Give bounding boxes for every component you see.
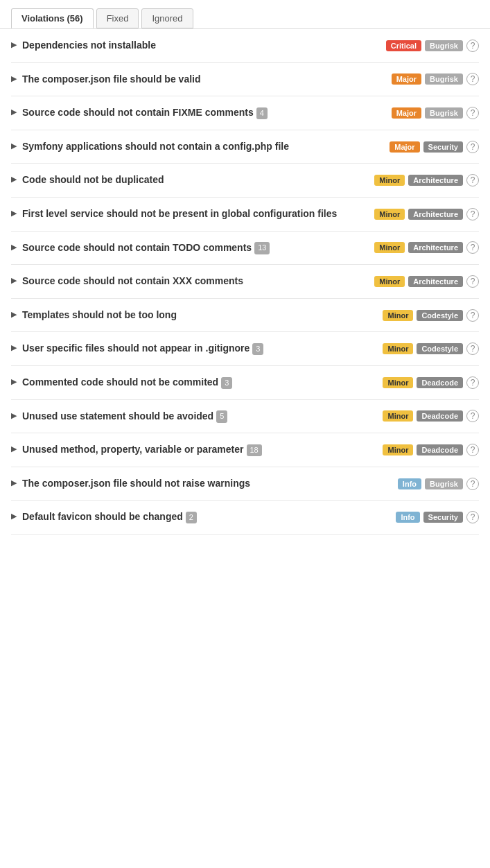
category-badge: Architecture bbox=[408, 242, 463, 253]
violation-item: ▶Code should not be duplicatedMinorArchi… bbox=[11, 164, 479, 198]
expand-arrow-icon[interactable]: ▶ bbox=[11, 141, 17, 150]
violation-item: ▶Dependencies not installableCriticalBug… bbox=[11, 29, 479, 63]
help-icon[interactable]: ? bbox=[466, 410, 479, 422]
severity-badge: Minor bbox=[383, 444, 413, 455]
violation-title: Source code should not contain XXX comme… bbox=[22, 275, 243, 288]
category-badge: Bugrisk bbox=[425, 107, 463, 119]
count-badge: 5 bbox=[216, 410, 227, 422]
severity-badge: Minor bbox=[383, 310, 413, 321]
violation-title: Unused method, property, variable or par… bbox=[22, 443, 262, 457]
violation-title: Symfony applications should not contain … bbox=[22, 140, 289, 154]
expand-arrow-icon[interactable]: ▶ bbox=[11, 276, 17, 285]
tabs-container: Violations (56)FixedIgnored bbox=[0, 0, 490, 29]
violation-item: ▶Source code should not contain TODO com… bbox=[11, 232, 479, 266]
expand-arrow-icon[interactable]: ▶ bbox=[11, 40, 17, 49]
help-icon[interactable]: ? bbox=[466, 174, 479, 186]
help-icon[interactable]: ? bbox=[466, 478, 479, 490]
violation-item: ▶The composer.json file should be validM… bbox=[11, 63, 479, 97]
severity-badge: Minor bbox=[374, 209, 405, 220]
category-badge: Architecture bbox=[408, 209, 463, 220]
category-badge: Bugrisk bbox=[425, 478, 463, 489]
violation-title: User specific files should not appear in… bbox=[22, 342, 263, 356]
violation-item: ▶Unused use statement should be avoided5… bbox=[11, 400, 479, 434]
severity-badge: Minor bbox=[383, 377, 413, 388]
expand-arrow-icon[interactable]: ▶ bbox=[11, 243, 17, 252]
category-badge: Bugrisk bbox=[425, 73, 463, 85]
violation-item: ▶User specific files should not appear i… bbox=[11, 332, 479, 366]
category-badge: Security bbox=[423, 512, 463, 523]
category-badge: Security bbox=[423, 141, 463, 153]
severity-badge: Minor bbox=[383, 343, 413, 354]
severity-badge: Major bbox=[390, 141, 419, 153]
expand-arrow-icon[interactable]: ▶ bbox=[11, 209, 17, 218]
expand-arrow-icon[interactable]: ▶ bbox=[11, 411, 17, 420]
expand-arrow-icon[interactable]: ▶ bbox=[11, 343, 17, 352]
count-badge: 3 bbox=[221, 377, 232, 389]
violation-item: ▶Source code should not contain FIXME co… bbox=[11, 96, 479, 130]
violation-title: Source code should not contain FIXME com… bbox=[22, 106, 268, 120]
help-icon[interactable]: ? bbox=[466, 40, 479, 52]
violation-item: ▶Commented code should not be commited3M… bbox=[11, 366, 479, 400]
count-badge: 2 bbox=[186, 512, 197, 523]
expand-arrow-icon[interactable]: ▶ bbox=[11, 107, 17, 116]
violation-item: ▶First level service should not be prese… bbox=[11, 198, 479, 232]
severity-badge: Major bbox=[392, 73, 421, 85]
violation-item: ▶Source code should not contain XXX comm… bbox=[11, 265, 479, 299]
severity-badge: Minor bbox=[374, 276, 405, 287]
violation-title: The composer.json file should not raise … bbox=[22, 477, 250, 491]
count-badge: 4 bbox=[256, 107, 268, 119]
category-badge: Codestyle bbox=[417, 310, 463, 321]
violation-title: Code should not be duplicated bbox=[22, 173, 164, 187]
violation-title: Unused use statement should be avoided5 bbox=[22, 410, 227, 424]
help-icon[interactable]: ? bbox=[466, 107, 479, 119]
violation-item: ▶Templates should not be too longMinorCo… bbox=[11, 299, 479, 333]
violation-item: ▶Default favicon should be changed2InfoS… bbox=[11, 501, 479, 535]
help-icon[interactable]: ? bbox=[466, 309, 479, 322]
expand-arrow-icon[interactable]: ▶ bbox=[11, 444, 17, 453]
category-badge: Deadcode bbox=[417, 410, 463, 422]
expand-arrow-icon[interactable]: ▶ bbox=[11, 377, 17, 386]
category-badge: Codestyle bbox=[417, 343, 463, 354]
severity-badge: Critical bbox=[386, 40, 421, 51]
category-badge: Bugrisk bbox=[425, 40, 463, 51]
tab-fixed[interactable]: Fixed bbox=[96, 8, 139, 28]
violation-title: First level service should not be presen… bbox=[22, 207, 337, 221]
help-icon[interactable]: ? bbox=[466, 73, 479, 85]
violation-item: ▶The composer.json file should not raise… bbox=[11, 467, 479, 501]
expand-arrow-icon[interactable]: ▶ bbox=[11, 310, 17, 319]
help-icon[interactable]: ? bbox=[466, 342, 479, 355]
violations-list: ▶Dependencies not installableCriticalBug… bbox=[0, 29, 490, 535]
category-badge: Deadcode bbox=[417, 377, 463, 388]
severity-badge: Major bbox=[392, 107, 421, 119]
severity-badge: Minor bbox=[374, 242, 405, 253]
tab-ignored[interactable]: Ignored bbox=[141, 8, 193, 28]
help-icon[interactable]: ? bbox=[466, 275, 479, 288]
help-icon[interactable]: ? bbox=[466, 376, 479, 389]
expand-arrow-icon[interactable]: ▶ bbox=[11, 74, 17, 83]
count-badge: 18 bbox=[247, 444, 262, 456]
count-badge: 3 bbox=[252, 343, 263, 355]
help-icon[interactable]: ? bbox=[466, 511, 479, 523]
expand-arrow-icon[interactable]: ▶ bbox=[11, 512, 17, 521]
violation-title: Source code should not contain TODO comm… bbox=[22, 241, 270, 255]
violation-title: The composer.json file should be valid bbox=[22, 73, 201, 87]
violation-item: ▶Symfony applications should not contain… bbox=[11, 130, 479, 164]
count-badge: 13 bbox=[254, 242, 270, 254]
severity-badge: Minor bbox=[374, 175, 405, 186]
violation-title: Commented code should not be commited3 bbox=[22, 376, 232, 390]
help-icon[interactable]: ? bbox=[466, 208, 479, 220]
severity-badge: Info bbox=[396, 512, 419, 523]
violation-title: Default favicon should be changed2 bbox=[22, 510, 197, 524]
help-icon[interactable]: ? bbox=[466, 444, 479, 456]
tab-violations[interactable]: Violations (56) bbox=[11, 8, 94, 28]
help-icon[interactable]: ? bbox=[466, 241, 479, 254]
severity-badge: Info bbox=[398, 478, 421, 489]
help-icon[interactable]: ? bbox=[466, 141, 479, 153]
category-badge: Architecture bbox=[408, 276, 463, 287]
violation-title: Templates should not be too long bbox=[22, 309, 177, 322]
violation-item: ▶Unused method, property, variable or pa… bbox=[11, 433, 479, 467]
expand-arrow-icon[interactable]: ▶ bbox=[11, 175, 17, 184]
category-badge: Architecture bbox=[408, 175, 463, 186]
expand-arrow-icon[interactable]: ▶ bbox=[11, 478, 17, 487]
violation-title: Dependencies not installable bbox=[22, 39, 156, 53]
